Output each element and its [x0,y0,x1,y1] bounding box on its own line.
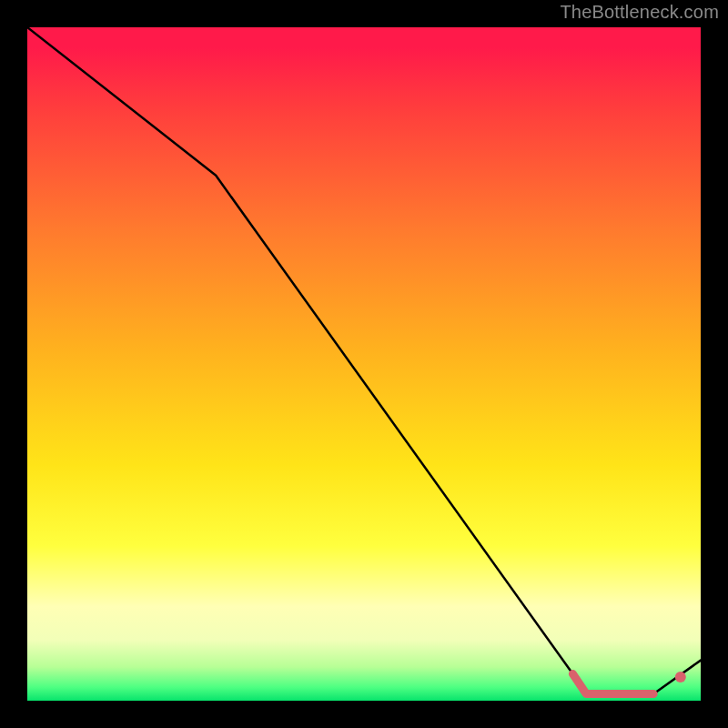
marker-dot [675,672,686,682]
chart-svg [27,27,701,701]
bottom-highlight-line [572,673,653,693]
chart-container: TheBottleneck.com [0,0,728,728]
main-curve-line [27,27,701,694]
attribution-text: TheBottleneck.com [560,2,719,23]
markers-group [675,672,686,682]
